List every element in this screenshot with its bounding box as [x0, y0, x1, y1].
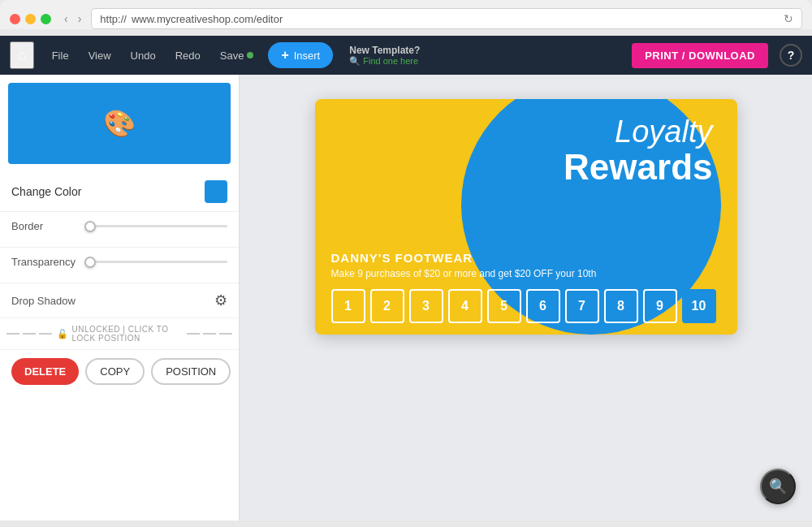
dot-yellow[interactable]: [25, 14, 36, 24]
transparency-row: Transparency: [11, 256, 227, 268]
insert-label: Insert: [294, 50, 321, 62]
transparency-slider-thumb[interactable]: [84, 257, 96, 268]
file-menu[interactable]: File: [44, 45, 77, 67]
promo-text: Make 9 purchases of $20 or more and get …: [331, 268, 721, 279]
top-navbar: ⌂ File View Undo Redo Save + Insert New …: [0, 36, 812, 75]
lock-row[interactable]: 🔓 UNLOCKED | CLICK TO LOCK POSITION: [0, 318, 239, 350]
refresh-button[interactable]: ↻: [784, 12, 793, 25]
lock-icon: 🔓: [57, 329, 69, 339]
lock-dashes-right: [187, 333, 232, 335]
action-row: DELETE COPY POSITION: [0, 350, 239, 393]
border-section: Border: [0, 212, 239, 248]
drop-shadow-row: Drop Shadow ⚙: [0, 283, 239, 318]
zoom-icon: 🔍: [769, 477, 787, 495]
delete-button[interactable]: DELETE: [11, 358, 79, 385]
redo-button[interactable]: Redo: [167, 45, 209, 67]
card-bottom: DANNY'S FOOTWEAR Make 9 purchases of $20…: [315, 238, 737, 335]
stamp-8: 8: [604, 289, 638, 323]
url-prefix: http://: [100, 13, 127, 25]
palette-icon: 🎨: [103, 108, 136, 139]
stamp-3: 3: [409, 289, 443, 323]
app: ⌂ File View Undo Redo Save + Insert New …: [0, 36, 812, 521]
loyalty-card[interactable]: Loyalty Rewards DANNY'S FOOTWEAR Make 9 …: [315, 99, 737, 335]
main-content: 🎨 Change Color Border Transparency: [0, 75, 812, 521]
copy-button[interactable]: COPY: [85, 358, 145, 385]
new-template-promo: New Template? 🔍 Find one here: [349, 45, 420, 67]
canvas-area: Loyalty Rewards DANNY'S FOOTWEAR Make 9 …: [240, 75, 812, 521]
view-menu[interactable]: View: [80, 45, 119, 67]
browser-titlebar: ‹ › http:// www.mycreativeshop.com/edito…: [10, 8, 802, 29]
back-button[interactable]: ‹: [61, 11, 71, 27]
position-button[interactable]: POSITION: [151, 358, 231, 385]
change-color-label: Change Color: [11, 185, 81, 198]
stamp-4: 4: [448, 289, 482, 323]
browser-nav: ‹ ›: [61, 11, 84, 27]
browser-dots: [10, 14, 51, 24]
loyalty-title-line2: Rewards: [564, 149, 712, 185]
stamp-1: 1: [331, 289, 365, 323]
change-color-row: Change Color: [0, 172, 239, 212]
browser-chrome: ‹ › http:// www.mycreativeshop.com/edito…: [0, 0, 812, 29]
stamp-5: 5: [487, 289, 521, 323]
save-button[interactable]: Save: [212, 45, 262, 67]
border-slider-thumb[interactable]: [84, 221, 96, 232]
stamp-9: 9: [643, 289, 677, 323]
stamp-row: 12345678910: [331, 289, 721, 323]
undo-button[interactable]: Undo: [123, 45, 164, 67]
loyalty-title-line1: Loyalty: [564, 115, 712, 149]
new-template-title: New Template?: [349, 45, 420, 56]
home-button[interactable]: ⌂: [10, 41, 34, 69]
search-icon: 🔍: [349, 56, 361, 67]
border-row: Border: [11, 220, 227, 232]
business-name: DANNY'S FOOTWEAR: [331, 251, 721, 265]
print-download-button[interactable]: PRINT / DOWNLOAD: [632, 43, 768, 68]
gear-icon[interactable]: ⚙: [214, 292, 227, 309]
lock-text[interactable]: 🔓 UNLOCKED | CLICK TO LOCK POSITION: [57, 325, 182, 343]
transparency-section: Transparency: [0, 248, 239, 283]
forward-button[interactable]: ›: [75, 11, 85, 27]
left-panel: 🎨 Change Color Border Transparency: [0, 75, 240, 521]
card-title-overlay: Loyalty Rewards: [564, 115, 712, 185]
dot-green[interactable]: [41, 14, 51, 24]
insert-plus-icon: +: [281, 48, 288, 63]
stamp-7: 7: [565, 289, 599, 323]
transparency-slider-track[interactable]: [84, 261, 227, 263]
transparency-label: Transparency: [11, 256, 76, 268]
insert-button[interactable]: + Insert: [268, 42, 333, 68]
drop-shadow-label: Drop Shadow: [11, 295, 76, 307]
lock-dashes-left: [6, 333, 52, 335]
stamp-6: 6: [526, 289, 560, 323]
save-indicator: [247, 52, 253, 58]
stamp-10: 10: [682, 289, 716, 323]
help-button[interactable]: ?: [780, 44, 802, 67]
new-template-link[interactable]: 🔍 Find one here: [349, 56, 420, 67]
border-slider-track[interactable]: [84, 225, 227, 227]
save-label: Save: [220, 50, 244, 62]
color-swatch[interactable]: [205, 180, 227, 203]
url-text: www.mycreativeshop.com/editor: [132, 13, 283, 25]
address-bar[interactable]: http:// www.mycreativeshop.com/editor ↻: [91, 8, 802, 29]
zoom-button[interactable]: 🔍: [760, 469, 796, 504]
dot-red[interactable]: [10, 14, 20, 24]
stamp-2: 2: [370, 289, 404, 323]
color-preview-box: 🎨: [8, 83, 231, 164]
border-label: Border: [11, 220, 76, 232]
